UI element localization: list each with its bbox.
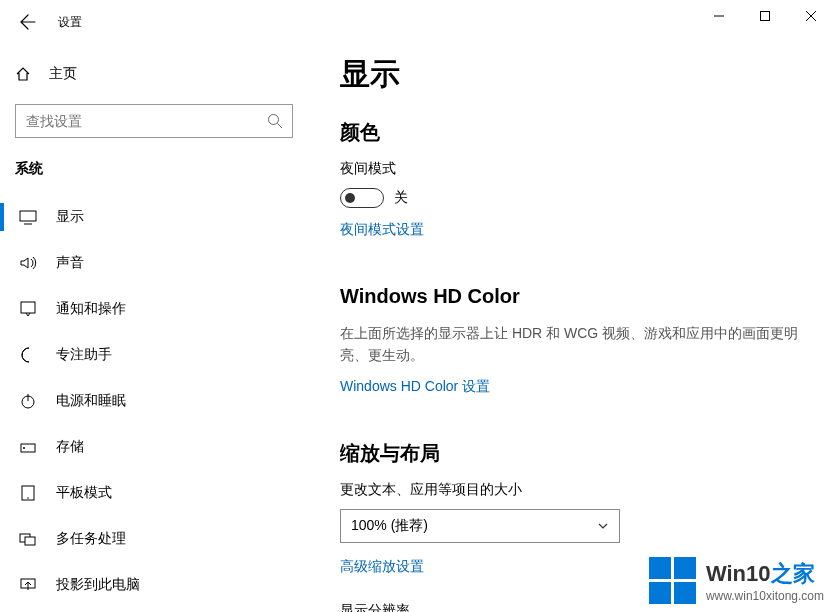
left-pane: 主页 系统 显示 声音 通知和操作 专注助手 电源和睡眠 bbox=[0, 54, 310, 608]
minimize-button[interactable] bbox=[696, 0, 742, 32]
watermark-text: Win10之家 www.win10xitong.com bbox=[706, 559, 824, 603]
section-heading: 系统 bbox=[15, 160, 310, 178]
nav-item-tablet[interactable]: 平板模式 bbox=[0, 470, 310, 516]
scale-selected-value: 100% (推荐) bbox=[351, 517, 428, 535]
back-button[interactable] bbox=[18, 12, 38, 32]
nav-item-sound[interactable]: 声音 bbox=[0, 240, 310, 286]
nav-item-power[interactable]: 电源和睡眠 bbox=[0, 378, 310, 424]
notification-icon bbox=[18, 300, 38, 318]
tablet-icon bbox=[18, 484, 38, 502]
advanced-scale-link[interactable]: 高级缩放设置 bbox=[340, 558, 424, 576]
search-icon bbox=[258, 113, 292, 129]
watermark-url: www.win10xitong.com bbox=[706, 589, 824, 603]
nav-item-display[interactable]: 显示 bbox=[0, 194, 310, 240]
night-mode-toggle-row: 关 bbox=[340, 188, 814, 208]
hdcolor-settings-link[interactable]: Windows HD Color 设置 bbox=[340, 378, 490, 396]
nav-item-multitask[interactable]: 多任务处理 bbox=[0, 516, 310, 562]
nav-label: 多任务处理 bbox=[56, 530, 126, 548]
display-icon bbox=[18, 208, 38, 226]
scale-select[interactable]: 100% (推荐) bbox=[340, 509, 620, 543]
nav-label: 通知和操作 bbox=[56, 300, 126, 318]
svg-point-8 bbox=[27, 497, 29, 499]
home-label: 主页 bbox=[49, 65, 77, 83]
minimize-icon bbox=[714, 11, 724, 21]
svg-rect-2 bbox=[20, 211, 36, 221]
close-icon bbox=[806, 11, 816, 21]
focus-icon bbox=[18, 346, 38, 364]
night-mode-label: 夜间模式 bbox=[340, 160, 814, 178]
section-scale: 缩放与布局 bbox=[340, 440, 814, 467]
storage-icon bbox=[18, 438, 38, 456]
window-controls bbox=[696, 0, 834, 32]
chevron-down-icon bbox=[597, 520, 609, 532]
close-button[interactable] bbox=[788, 0, 834, 32]
section-color: 颜色 bbox=[340, 119, 814, 146]
night-mode-state: 关 bbox=[394, 189, 408, 207]
nav-item-notifications[interactable]: 通知和操作 bbox=[0, 286, 310, 332]
section-hdcolor: Windows HD Color bbox=[340, 285, 814, 308]
multitask-icon bbox=[18, 530, 38, 548]
nav-item-project[interactable]: 投影到此电脑 bbox=[0, 562, 310, 608]
project-icon bbox=[18, 576, 38, 594]
home-link[interactable]: 主页 bbox=[15, 54, 310, 94]
nav-label: 声音 bbox=[56, 254, 84, 272]
content-pane: 显示 颜色 夜间模式 关 夜间模式设置 Windows HD Color 在上面… bbox=[340, 54, 834, 612]
search-input[interactable] bbox=[16, 113, 258, 129]
nav-label: 专注助手 bbox=[56, 346, 112, 364]
home-icon bbox=[15, 66, 33, 82]
hdcolor-description: 在上面所选择的显示器上让 HDR 和 WCG 视频、游戏和应用中的画面更明亮、更… bbox=[340, 322, 800, 367]
scale-label: 更改文本、应用等项目的大小 bbox=[340, 481, 814, 499]
toggle-knob bbox=[345, 193, 355, 203]
svg-rect-0 bbox=[761, 12, 770, 21]
watermark-logo bbox=[649, 557, 696, 604]
svg-rect-10 bbox=[25, 537, 35, 545]
maximize-icon bbox=[760, 11, 770, 21]
nav-label: 存储 bbox=[56, 438, 84, 456]
svg-rect-3 bbox=[21, 302, 35, 313]
nav-list: 显示 声音 通知和操作 专注助手 电源和睡眠 存储 平板模式 多任务处理 bbox=[0, 194, 310, 608]
watermark: Win10之家 www.win10xitong.com bbox=[649, 557, 824, 604]
svg-point-6 bbox=[23, 447, 25, 449]
svg-point-1 bbox=[269, 115, 279, 125]
nav-label: 投影到此电脑 bbox=[56, 576, 140, 594]
sound-icon bbox=[18, 254, 38, 272]
nav-label: 平板模式 bbox=[56, 484, 112, 502]
nav-item-focus[interactable]: 专注助手 bbox=[0, 332, 310, 378]
nav-label: 电源和睡眠 bbox=[56, 392, 126, 410]
power-icon bbox=[18, 392, 38, 410]
arrow-left-icon bbox=[20, 14, 36, 30]
window-title: 设置 bbox=[58, 14, 82, 31]
nav-label: 显示 bbox=[56, 208, 84, 226]
search-box[interactable] bbox=[15, 104, 293, 138]
night-mode-settings-link[interactable]: 夜间模式设置 bbox=[340, 221, 424, 239]
maximize-button[interactable] bbox=[742, 0, 788, 32]
night-mode-toggle[interactable] bbox=[340, 188, 384, 208]
nav-item-storage[interactable]: 存储 bbox=[0, 424, 310, 470]
page-title: 显示 bbox=[340, 54, 814, 95]
watermark-brand: Win10之家 bbox=[706, 559, 815, 589]
